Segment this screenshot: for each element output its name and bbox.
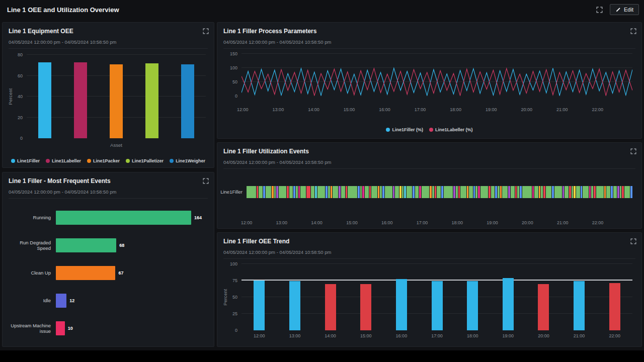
edit-button[interactable]: Edit [610,4,639,15]
event-label: Upstream Machine issue [7,323,56,334]
legend-item[interactable]: Line1Filler (%) [386,127,423,132]
legend-item[interactable]: Line1Packer [87,158,120,163]
event-count: 12 [69,298,74,303]
kiosk-mode-button[interactable] [595,6,604,14]
time-series-lines [242,54,632,96]
state-segment [339,186,341,198]
event-label: Run Degraded Speed [7,240,56,251]
chart-area: 0255075100Percent12:0013:0014:0015:0016:… [217,261,641,346]
panel-title: Line 1 Filler OEE Trend [223,238,289,245]
state-segment [311,186,314,198]
expand-corners-icon [630,148,636,154]
legend-item[interactable]: Line1Palletizer [126,158,164,163]
state-timeline-plot[interactable]: Line1Filler12:0013:0014:0015:0016:0017:0… [247,180,632,228]
event-count: 67 [118,270,123,276]
state-segment [589,186,591,198]
panel-expand-button[interactable] [629,237,637,245]
state-segment [404,186,406,198]
bar-Line1Palletizer[interactable] [145,63,158,138]
state-segment [520,186,522,198]
line-chart-plot[interactable]: 05010015012:0013:0014:0015:0016:0017:001… [242,54,632,96]
bar-slot [98,55,134,138]
panel-header: Line 1 Filler OEE Trend [217,233,641,248]
state-segment [415,186,419,198]
panel-expand-button[interactable] [202,27,210,35]
state-segment [333,186,338,198]
state-segment [362,186,364,198]
state-segment [402,186,404,198]
y-tick-label: 75 [232,278,237,283]
state-segment [502,186,508,198]
x-tick-label: 20:00 [522,220,533,225]
state-segment [552,186,554,198]
x-tick-label: 17:00 [415,107,426,112]
hbar-chart-plot[interactable]: Running164Run Degraded Speed68Clean Up67… [7,204,214,346]
state-segment [475,186,477,198]
series-name: Line1Labeller (%) [435,127,473,132]
bar-21:00[interactable] [574,281,585,330]
x-tick-label: 13:00 [277,333,313,338]
legend-item[interactable]: Line1Labeller (%) [429,127,473,132]
state-segment [456,186,458,198]
state-segment [435,186,437,198]
x-tick-label: 13:00 [276,220,288,225]
state-segment [453,186,455,198]
legend-item[interactable]: Line1Labeller [46,158,81,163]
expand-corners-icon [203,178,209,184]
event-bar[interactable] [56,294,66,308]
event-bar[interactable] [56,321,65,335]
x-tick-label: 14:00 [308,107,319,112]
panel-header: Line 1 Filler Process Parameters [217,23,641,38]
panel-expand-button[interactable] [629,27,637,35]
state-segment [569,186,571,198]
panel-expand-button[interactable] [629,147,637,155]
x-tick-label: 18:00 [455,333,491,338]
y-axis-title: Percent [223,289,228,305]
y-tick-label: 25 [232,311,237,316]
bar-12:00[interactable] [254,281,265,330]
bar-slot [27,55,62,138]
bar-13:00[interactable] [289,281,300,330]
y-tick-label: 60 [18,73,23,78]
bar-15:00[interactable] [360,284,371,330]
state-segment [317,186,325,198]
state-segment [562,186,565,198]
event-row: Upstream Machine issue10 [7,314,214,342]
x-tick-label: 16:00 [384,333,420,338]
bar-18:00[interactable] [467,281,478,330]
bar-Line1Weigher[interactable] [181,64,194,138]
panel-title: Line 1 Equipment OEE [9,28,73,35]
x-tick-label: 18:00 [452,220,463,225]
state-segment [274,186,276,198]
bar-16:00[interactable] [396,279,407,330]
panel-process-parameters: Line 1 Filler Process Parameters 04/05/2… [217,22,642,139]
event-bar[interactable] [56,238,116,252]
bar-14:00[interactable] [325,284,336,330]
bar-chart-plot[interactable]: 0255075100Percent12:0013:0014:0015:0016:… [242,264,632,330]
event-bar[interactable] [56,211,191,225]
chart-area: 020406080PercentAsset Line1FillerLine1La… [3,51,214,167]
x-tick-label: 12:00 [242,333,277,338]
legend-item[interactable]: Line1Filler [11,158,40,163]
event-bar[interactable] [56,266,115,280]
y-tick-label: 50 [232,295,237,300]
series-color-dot [46,159,50,163]
event-count: 10 [68,326,73,331]
expand-corners-icon [203,28,209,34]
state-segment [395,186,398,198]
bar-20:00[interactable] [538,284,549,330]
bar-Line1Filler[interactable] [38,62,51,138]
y-tick-label: 0 [20,136,23,141]
bar-Line1Labeller[interactable] [74,62,87,138]
bar-22:00[interactable] [609,283,620,330]
legend: Line1FillerLine1LabellerLine1PackerLine1… [3,158,214,163]
bar-17:00[interactable] [432,281,443,330]
panel-expand-button[interactable] [202,177,210,185]
legend-item[interactable]: Line1Weigher [170,158,205,163]
bar-chart-plot[interactable]: 020406080PercentAsset [27,55,206,138]
bar-Line1Packer[interactable] [110,64,123,138]
state-timeline-strip[interactable] [247,186,632,198]
bar-19:00[interactable] [503,278,514,330]
y-tick-label: 50 [232,79,237,84]
state-segment [522,186,532,198]
